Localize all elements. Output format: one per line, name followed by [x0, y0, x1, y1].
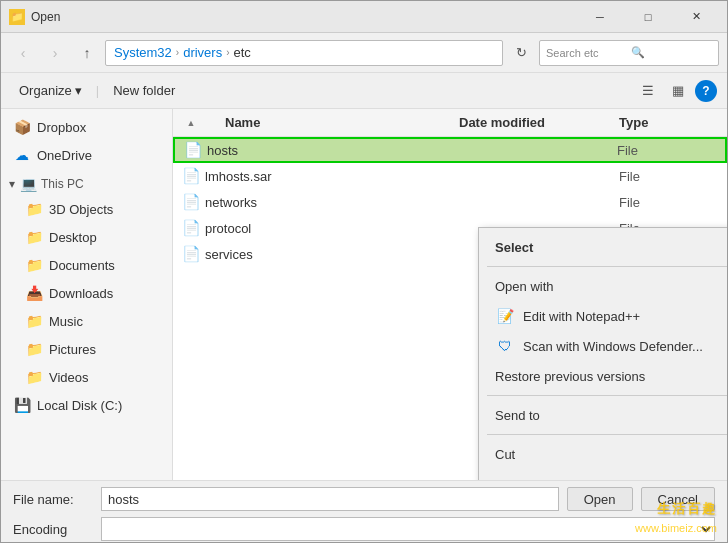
- titlebar-title: Open: [31, 10, 577, 24]
- sidebar-label-thispc: This PC: [41, 177, 84, 191]
- downloads-icon: 📥: [25, 284, 43, 302]
- close-button[interactable]: ✕: [673, 3, 719, 31]
- search-icon[interactable]: 🔍: [631, 46, 712, 59]
- ctx-item-defender[interactable]: 🛡 Scan with Windows Defender...: [479, 331, 727, 361]
- sidebar-item-desktop[interactable]: 📁 Desktop: [1, 223, 172, 251]
- documents-icon: 📁: [25, 256, 43, 274]
- organize-label: Organize: [19, 83, 72, 98]
- file-icon-hosts: 📄: [183, 140, 203, 160]
- sidebar: 📦 Dropbox ☁ OneDrive ▾ 💻 This PC 📁 3D Ob…: [1, 109, 173, 480]
- sidebar-item-documents[interactable]: 📁 Documents: [1, 251, 172, 279]
- ctx-label-select: Select: [495, 240, 533, 255]
- sidebar-label-localdisk: Local Disk (C:): [37, 398, 122, 413]
- sidebar-item-dropbox[interactable]: 📦 Dropbox: [1, 113, 172, 141]
- file-icon-services: 📄: [181, 244, 201, 264]
- toolbar2-right: ☰ ▦ ?: [635, 78, 717, 104]
- breadcrumb-system32[interactable]: System32: [114, 45, 172, 60]
- organize-arrow: ▾: [75, 83, 82, 98]
- forward-button[interactable]: ›: [41, 39, 69, 67]
- ctx-item-cut[interactable]: Cut: [479, 439, 727, 469]
- videos-icon: 📁: [25, 368, 43, 386]
- ctx-item-copy[interactable]: Copy: [479, 469, 727, 480]
- ctx-label-openwith: Open with: [495, 279, 554, 294]
- refresh-button[interactable]: ↻: [507, 40, 535, 66]
- ctx-item-notepad[interactable]: 📝 Edit with Notepad++: [479, 301, 727, 331]
- toolbar2-sep: |: [96, 83, 99, 98]
- thispc-icon: 💻: [19, 175, 37, 193]
- sidebar-label-dropbox: Dropbox: [37, 120, 86, 135]
- titlebar-controls: ─ □ ✕: [577, 3, 719, 31]
- titlebar: 📁 Open ─ □ ✕: [1, 1, 727, 33]
- new-folder-button[interactable]: New folder: [105, 78, 183, 104]
- filename-input[interactable]: [101, 487, 559, 511]
- sidebar-label-onedrive: OneDrive: [37, 148, 92, 163]
- desktop-icon: 📁: [25, 228, 43, 246]
- encoding-label: Encoding: [13, 522, 93, 537]
- col-name-header[interactable]: Name: [201, 115, 459, 130]
- new-folder-label: New folder: [113, 83, 175, 98]
- toolbar: ‹ › ↑ System32 › drivers › etc ↻ Search …: [1, 33, 727, 73]
- ctx-sep-3: [487, 434, 727, 435]
- breadcrumb[interactable]: System32 › drivers › etc: [105, 40, 503, 66]
- file-name-networks: networks: [205, 195, 451, 210]
- organize-button[interactable]: Organize ▾: [11, 78, 90, 104]
- sidebar-label-pictures: Pictures: [49, 342, 96, 357]
- localdisk-icon: 💾: [13, 396, 31, 414]
- sidebar-item-onedrive[interactable]: ☁ OneDrive: [1, 141, 172, 169]
- sidebar-label-desktop: Desktop: [49, 230, 97, 245]
- col-date-header[interactable]: Date modified: [459, 115, 619, 130]
- filename-row: File name: Open Cancel: [13, 487, 715, 511]
- file-row-networks[interactable]: 📄 networks File: [173, 189, 727, 215]
- file-name-services: services: [205, 247, 451, 262]
- file-header: ▲ Name Date modified Type: [173, 109, 727, 137]
- dropbox-icon: 📦: [13, 118, 31, 136]
- ctx-item-restore[interactable]: Restore previous versions: [479, 361, 727, 391]
- window: 📁 Open ─ □ ✕ ‹ › ↑ System32 › drivers › …: [0, 0, 728, 543]
- ctx-label-notepad: Edit with Notepad++: [523, 309, 640, 324]
- back-button[interactable]: ‹: [9, 39, 37, 67]
- sidebar-item-pictures[interactable]: 📁 Pictures: [1, 335, 172, 363]
- sidebar-item-localdisk[interactable]: 💾 Local Disk (C:): [1, 391, 172, 419]
- file-row-hosts[interactable]: 📄 hosts File: [173, 137, 727, 163]
- search-placeholder: Search etc: [546, 47, 627, 59]
- ctx-item-select[interactable]: Select: [479, 232, 727, 262]
- sidebar-item-3dobjects[interactable]: 📁 3D Objects: [1, 195, 172, 223]
- sidebar-item-downloads[interactable]: 📥 Downloads: [1, 279, 172, 307]
- maximize-button[interactable]: □: [625, 3, 671, 31]
- view-button-grid[interactable]: ▦: [665, 78, 691, 104]
- file-type-networks: File: [619, 195, 719, 210]
- filename-label: File name:: [13, 492, 93, 507]
- up-button[interactable]: ↑: [73, 39, 101, 67]
- open-button[interactable]: Open: [567, 487, 633, 511]
- help-button[interactable]: ?: [695, 80, 717, 102]
- col-toggle: ▲: [181, 115, 201, 131]
- minimize-button[interactable]: ─: [577, 3, 623, 31]
- encoding-select[interactable]: [101, 517, 715, 541]
- search-bar[interactable]: Search etc 🔍: [539, 40, 719, 66]
- music-icon: 📁: [25, 312, 43, 330]
- sidebar-section-thispc[interactable]: ▾ 💻 This PC: [1, 169, 172, 195]
- sidebar-label-3dobjects: 3D Objects: [49, 202, 113, 217]
- sidebar-label-music: Music: [49, 314, 83, 329]
- sidebar-item-music[interactable]: 📁 Music: [1, 307, 172, 335]
- sidebar-label-documents: Documents: [49, 258, 115, 273]
- file-icon-lmhosts: 📄: [181, 166, 201, 186]
- col-type-header[interactable]: Type: [619, 115, 719, 130]
- sidebar-label-videos: Videos: [49, 370, 89, 385]
- 3dobjects-icon: 📁: [25, 200, 43, 218]
- encoding-row: Encoding: [13, 517, 715, 541]
- ctx-label-copy: Copy: [495, 477, 525, 481]
- ctx-item-openwith[interactable]: Open with: [479, 271, 727, 301]
- file-type-hosts: File: [617, 143, 717, 158]
- cancel-button[interactable]: Cancel: [641, 487, 715, 511]
- breadcrumb-sep1: ›: [176, 47, 179, 58]
- view-button-list[interactable]: ☰: [635, 78, 661, 104]
- sidebar-item-videos[interactable]: 📁 Videos: [1, 363, 172, 391]
- file-row-lmhosts[interactable]: 📄 lmhosts.sar File: [173, 163, 727, 189]
- ctx-item-sendto[interactable]: Send to ›: [479, 400, 727, 430]
- toolbar2: Organize ▾ | New folder ☰ ▦ ?: [1, 73, 727, 109]
- breadcrumb-drivers[interactable]: drivers: [183, 45, 222, 60]
- notepad-icon: 📝: [495, 306, 515, 326]
- file-name-protocol: protocol: [205, 221, 451, 236]
- file-type-lmhosts: File: [619, 169, 719, 184]
